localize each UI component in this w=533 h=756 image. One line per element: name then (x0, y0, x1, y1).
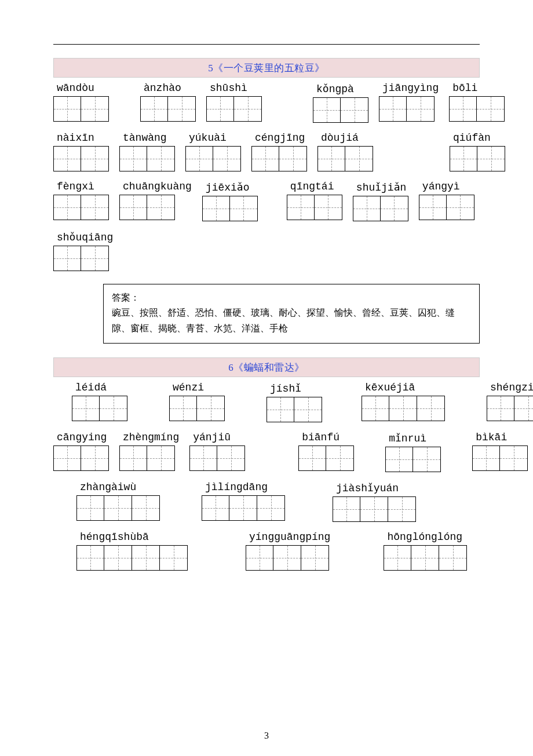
char-cell[interactable] (257, 495, 285, 521)
char-cells (189, 445, 245, 471)
pinyin-word: yúkuài (185, 132, 241, 171)
char-cell[interactable] (419, 195, 447, 220)
pinyin-word: jiāngyìng (379, 82, 439, 122)
char-cell[interactable] (81, 146, 109, 171)
pinyin-word: yánjiū (189, 432, 245, 471)
char-cell[interactable] (202, 196, 230, 221)
char-cell[interactable] (313, 97, 341, 123)
char-cell[interactable] (119, 195, 147, 220)
char-cell[interactable] (447, 195, 474, 220)
char-cell[interactable] (100, 396, 127, 421)
char-cell[interactable] (381, 196, 408, 221)
char-cell[interactable] (341, 97, 368, 123)
char-cell[interactable] (266, 397, 294, 422)
char-cell[interactable] (53, 96, 81, 122)
char-cell[interactable] (477, 146, 505, 171)
char-cell[interactable] (147, 445, 175, 471)
char-cell[interactable] (385, 447, 413, 472)
char-cell[interactable] (362, 396, 389, 421)
section5-rows: wāndòuànzhàoshūshìkǒngpàjiāngyìngbōlinài… (53, 82, 480, 271)
char-cell[interactable] (147, 195, 175, 220)
char-cell[interactable] (197, 396, 225, 421)
char-cell[interactable] (389, 396, 417, 421)
char-cell[interactable] (53, 146, 81, 171)
char-cell[interactable] (294, 397, 322, 422)
char-cell[interactable] (407, 96, 435, 122)
char-cells (251, 146, 307, 171)
char-cells (185, 146, 241, 171)
char-cell[interactable] (189, 445, 217, 471)
char-cell[interactable] (251, 146, 279, 171)
char-cell[interactable] (202, 495, 229, 521)
char-cell[interactable] (147, 146, 175, 171)
char-cell[interactable] (160, 545, 188, 571)
char-cell[interactable] (104, 495, 132, 521)
char-cell[interactable] (301, 545, 329, 571)
char-cell[interactable] (450, 146, 477, 171)
char-cell[interactable] (81, 195, 109, 220)
char-cell[interactable] (279, 146, 307, 171)
char-cell[interactable] (246, 545, 273, 571)
char-cells (487, 396, 533, 421)
char-cell[interactable] (104, 545, 132, 571)
char-cell[interactable] (81, 445, 109, 471)
char-cell[interactable] (132, 495, 160, 521)
char-cells (385, 447, 441, 472)
char-cell[interactable] (132, 545, 160, 571)
char-cells (53, 146, 109, 171)
char-cell[interactable] (477, 96, 505, 122)
char-cell[interactable] (315, 195, 342, 220)
char-cell[interactable] (353, 196, 381, 221)
char-cell[interactable] (384, 545, 411, 571)
char-cell[interactable] (140, 96, 168, 122)
char-cell[interactable] (413, 447, 441, 472)
char-cell[interactable] (213, 146, 241, 171)
char-cell[interactable] (317, 146, 345, 171)
char-cell[interactable] (333, 496, 360, 522)
char-cell[interactable] (234, 96, 262, 122)
char-cell[interactable] (217, 445, 245, 471)
char-cell[interactable] (119, 146, 147, 171)
char-cell[interactable] (168, 96, 196, 122)
char-cell[interactable] (411, 545, 439, 571)
char-cell[interactable] (500, 445, 528, 471)
char-cell[interactable] (185, 146, 213, 171)
char-cell[interactable] (72, 396, 100, 421)
char-cell[interactable] (81, 246, 109, 271)
char-cell[interactable] (53, 246, 81, 271)
pinyin-label: dòujiá (317, 132, 373, 144)
pinyin-label: yángyì (419, 181, 474, 192)
char-cell[interactable] (417, 396, 445, 421)
char-cell[interactable] (81, 96, 109, 122)
char-cell[interactable] (230, 196, 258, 221)
char-cell[interactable] (273, 545, 301, 571)
char-cell[interactable] (76, 495, 104, 521)
char-cell[interactable] (345, 146, 373, 171)
char-cell[interactable] (169, 396, 197, 421)
char-cell[interactable] (439, 545, 467, 571)
char-cells (202, 196, 258, 221)
char-cell[interactable] (487, 396, 514, 421)
char-cell[interactable] (76, 545, 104, 571)
char-cell[interactable] (449, 96, 477, 122)
pinyin-word: wénzi (169, 382, 225, 421)
pinyin-label: wénzi (169, 382, 225, 393)
char-cell[interactable] (379, 96, 407, 122)
char-cell[interactable] (388, 496, 416, 522)
char-cell[interactable] (472, 445, 500, 471)
char-cell[interactable] (287, 195, 315, 220)
pinyin-word: céngjīng (251, 132, 307, 171)
char-cell[interactable] (229, 495, 257, 521)
pinyin-word: tànwàng (119, 132, 175, 171)
char-cell[interactable] (326, 445, 354, 471)
char-cell[interactable] (53, 445, 81, 471)
char-cell[interactable] (514, 396, 533, 421)
char-cell[interactable] (298, 445, 326, 471)
char-cell[interactable] (360, 496, 388, 522)
char-cell[interactable] (53, 195, 81, 220)
char-cell[interactable] (119, 445, 147, 471)
pinyin-word: biānfú (298, 432, 354, 471)
pinyin-word: zhàngàiwù (76, 481, 160, 521)
char-cell[interactable] (206, 96, 234, 122)
pinyin-label: yúkuài (185, 132, 241, 144)
